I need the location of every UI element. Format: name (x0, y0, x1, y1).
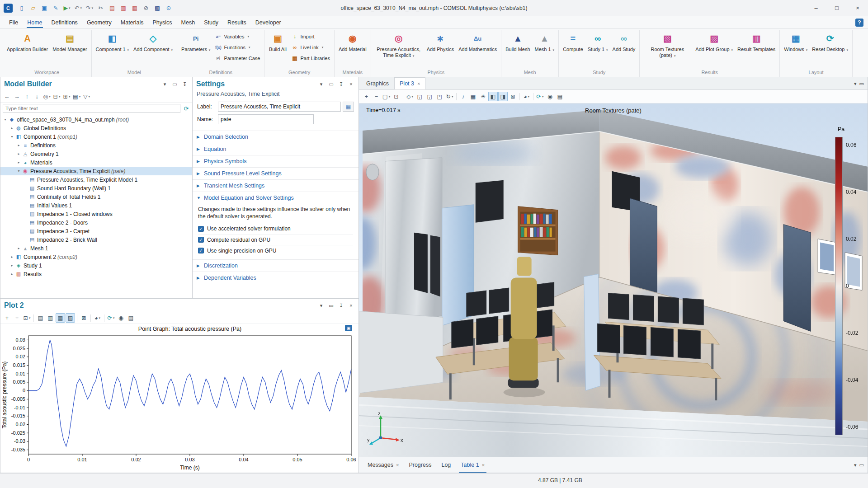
collapse-all-icon[interactable]: ⊟▾ (52, 92, 61, 101)
tree-expander-icon[interactable]: ▾ (9, 135, 15, 139)
graphics-canvas[interactable]: Time=0.017 s Room Textures (pate) Pa 0.0… (359, 103, 868, 457)
panel-pin-icon[interactable]: ↧ (181, 81, 189, 87)
ribbon-button-add-material[interactable]: ◉Add Material (337, 30, 368, 67)
panel-float-icon[interactable]: ▭ (171, 81, 179, 87)
ribbon-button-variables[interactable]: a=Variables▾ (213, 31, 262, 42)
tree-item-component-1[interactable]: ▾◧Component 1(comp1) (0, 132, 192, 141)
tree-item-impedance-3-carpet[interactable]: ▤Impedance 3 - Carpet (0, 227, 192, 235)
panel-close-icon[interactable]: × (347, 81, 355, 87)
grid-toggle-icon[interactable]: ▥ (46, 313, 55, 323)
zoom-box-icon[interactable]: ▢▾ (382, 92, 391, 101)
ribbon-tab-developer[interactable]: Developer (251, 17, 286, 28)
move-down-icon[interactable]: ↓ (32, 92, 42, 101)
ribbon-button-windows[interactable]: ▦Windows ▾ (782, 30, 809, 67)
update-plot-icon[interactable]: ⟳▾ (106, 313, 116, 323)
x-axis-log-icon[interactable]: ▦ (56, 313, 65, 323)
close-tab-icon[interactable]: × (396, 462, 399, 468)
tree-item-definitions[interactable]: ▸≡Definitions (0, 141, 192, 150)
panel-menu-icon[interactable]: ▾ (854, 81, 857, 87)
ribbon-button-livelink[interactable]: ∞LiveLink▾ (289, 42, 331, 53)
move-up-icon[interactable]: ↑ (22, 92, 32, 101)
duplicate-icon[interactable]: ▦ (129, 3, 140, 14)
nav-forward-icon[interactable]: → (12, 92, 22, 101)
tree-item-geometry-1[interactable]: ▸◬Geometry 1 (0, 150, 192, 158)
tab-messages[interactable]: Messages× (363, 457, 404, 473)
tree-item-global-definitions[interactable]: ▸◍Global Definitions (0, 124, 192, 132)
ribbon-button-add-component[interactable]: ◇Add Component ▾ (132, 30, 175, 67)
panel-menu-icon[interactable]: ▾ (161, 81, 169, 87)
ribbon-button-result-templates[interactable]: ▥Result Templates (736, 30, 777, 67)
ribbon-tab-materials[interactable]: Materials (116, 17, 148, 28)
settings-section-domain-selection[interactable]: ▶Domain Selection (193, 131, 359, 143)
ribbon-tab-geometry[interactable]: Geometry (82, 17, 116, 28)
ribbon-button-parameter-case[interactable]: PiParameter Case (213, 53, 262, 64)
settings-section-equation[interactable]: ▶Equation (193, 143, 359, 155)
tree-item-office-space-63-30t0-n4-ma-out-mph[interactable]: ▾◆office_space_63_30T0_N4_ma_out.mph(roo… (0, 115, 192, 124)
settings-section-transient-mesh-settings[interactable]: ▶Transient Mesh Settings (193, 179, 359, 192)
maximize-button[interactable]: □ (826, 0, 847, 16)
ribbon-tab-file[interactable]: File (5, 17, 23, 28)
tab-progress[interactable]: Progress (404, 457, 436, 473)
settings-section-sound-pressure-level-settings[interactable]: ▶Sound Pressure Level Settings (193, 167, 359, 179)
panel-close-icon[interactable]: × (347, 303, 355, 309)
tree-expander-icon[interactable]: ▸ (9, 126, 15, 130)
checkbox-use-single-precision-on-gpu[interactable]: ✓ (198, 248, 204, 253)
settings-section-discretization[interactable]: ▶Discretization (193, 259, 359, 272)
zoom-extents-icon[interactable]: ⊡ (392, 92, 401, 101)
tree-item-component-2[interactable]: ▸◧Component 2(comp2) (0, 253, 192, 261)
tree-expander-icon[interactable]: ▾ (16, 169, 22, 173)
panel-float-icon[interactable]: ▭ (327, 81, 335, 87)
tab-graphics[interactable]: Graphics (361, 77, 394, 89)
panel-pin-icon[interactable]: ↧ (337, 81, 345, 87)
label-input[interactable] (218, 102, 341, 112)
comsol-app-icon[interactable]: C (4, 4, 13, 13)
settings-section-physics-symbols[interactable]: ▶Physics Symbols (193, 155, 359, 167)
zoom-out-icon[interactable]: − (12, 313, 22, 323)
ribbon-button-add-study[interactable]: ∞Add Study (611, 30, 637, 67)
ribbon-button-component-1[interactable]: ◧Component 1 ▾ (94, 30, 131, 67)
tree-item-results[interactable]: ▸▥Results (0, 270, 192, 278)
tree-item-impedance-2-brick-wall[interactable]: ▤Impedance 2 - Brick Wall (0, 235, 192, 244)
zoom-extents-icon[interactable]: ⊡▾ (22, 313, 32, 323)
y-axis-log-icon[interactable]: ▧ (66, 313, 75, 323)
search-icon[interactable]: ⊙ (163, 3, 174, 14)
ribbon-button-compute[interactable]: =Compute (561, 30, 585, 67)
tree-item-continuity-of-total-fields-1[interactable]: ▤Continuity of Total Fields 1 (0, 192, 192, 201)
plot-context-icon[interactable]: ▣ (345, 325, 352, 331)
ribbon-button-add-plot-group[interactable]: ▨Add Plot Group ▾ (693, 30, 735, 67)
ribbon-tab-study[interactable]: Study (199, 17, 223, 28)
close-button[interactable]: × (847, 0, 868, 16)
ribbon-button-build-all[interactable]: ▣Build All (267, 30, 288, 67)
panel-menu-icon[interactable]: ▾ (317, 303, 325, 309)
ribbon-tab-results[interactable]: Results (223, 17, 251, 28)
panel-float-icon[interactable]: ▭ (859, 81, 864, 87)
tree-expander-icon[interactable]: ▸ (16, 143, 22, 147)
close-tab-icon[interactable]: × (482, 462, 485, 468)
plot-appearance-icon[interactable]: ◕▾ (93, 313, 102, 323)
delete-icon[interactable]: ⊘ (141, 3, 151, 14)
ribbon-button-mesh-1[interactable]: ▲Mesh 1 ▾ (533, 30, 557, 67)
zoom-in-icon[interactable]: + (362, 92, 371, 101)
ribbon-button-import[interactable]: ↓Import (289, 31, 331, 42)
tree-item-pressure-acoustics-time-explicit-model-1[interactable]: ▤Pressure Acoustics, Time Explicit Model… (0, 175, 192, 184)
tree-expander-icon[interactable]: ▸ (16, 246, 22, 250)
axis-limits-icon[interactable]: ▤ (36, 313, 45, 323)
tree-item-study-1[interactable]: ▸◈Study 1 (0, 261, 192, 270)
save-icon[interactable]: ▣ (39, 3, 50, 14)
ribbon-tab-physics[interactable]: Physics (148, 17, 176, 28)
go-to-view-icon[interactable]: ◇▾ (405, 92, 415, 101)
tree-item-materials[interactable]: ▸◕Materials (0, 158, 192, 167)
print-icon[interactable]: ▤ (555, 92, 565, 101)
ribbon-button-pressure-acoustics-time-explicit[interactable]: ◎Pressure Acoustics, Time Explicit ▾ (373, 30, 424, 67)
tab-log[interactable]: Log (436, 457, 456, 473)
tree-item-pressure-acoustics-time-explicit[interactable]: ▾◉Pressure Acoustics, Time Explicit(pate… (0, 167, 192, 175)
tree-expander-icon[interactable]: ▸ (9, 263, 15, 267)
plot2-body[interactable]: 00.010.020.030.040.050.060.030.0250.020.… (0, 324, 359, 473)
ribbon-button-build-mesh[interactable]: ▲Build Mesh (504, 30, 532, 67)
scene-light-icon[interactable]: ☀ (478, 92, 488, 101)
ribbon-tab-definitions[interactable]: Definitions (47, 17, 82, 28)
panel-float-icon[interactable]: ▭ (327, 303, 335, 309)
play-sound-icon[interactable]: ♪ (458, 92, 468, 101)
print-icon[interactable]: ▤ (126, 313, 136, 323)
tree-item-impedance-1-closed-windows[interactable]: ▤Impedance 1 - Closed windows (0, 210, 192, 218)
